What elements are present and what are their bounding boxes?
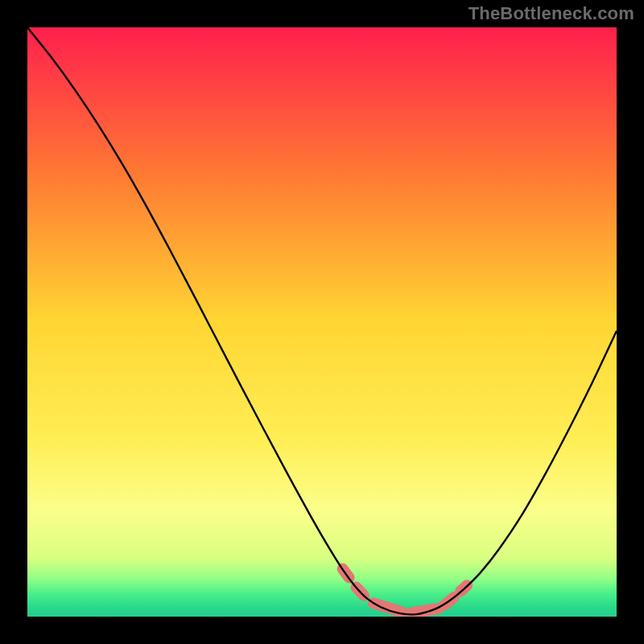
plot-background xyxy=(27,27,617,617)
chart-frame: { "watermark": "TheBottleneck.com", "cha… xyxy=(0,0,644,644)
watermark-text: TheBottleneck.com xyxy=(469,3,634,24)
chart-svg xyxy=(0,0,644,644)
